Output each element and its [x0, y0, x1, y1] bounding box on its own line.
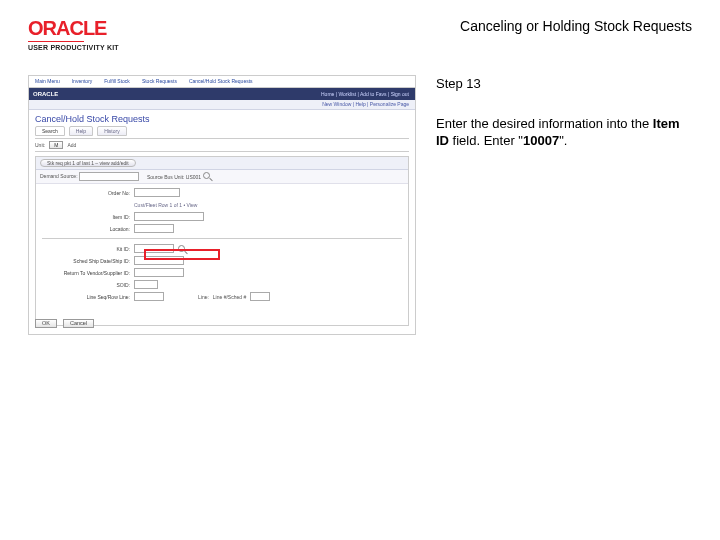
- panel-info: Stk req pkt 1 of last 1 – view add/edit: [40, 159, 136, 167]
- app-menubar: Main Menu Inventory Fulfill Stock Stock …: [29, 76, 415, 88]
- order-no-label: Order No:: [42, 190, 130, 196]
- source-bu-value: US001: [186, 174, 201, 180]
- order-no-input[interactable]: [134, 188, 180, 197]
- tab-history[interactable]: History: [97, 126, 127, 136]
- footer-buttons: OK Cancel: [35, 319, 94, 328]
- location-input[interactable]: [134, 224, 174, 233]
- unit-label: Unit:: [35, 142, 45, 148]
- sched-input[interactable]: [134, 256, 184, 265]
- step-label: Step 13: [436, 75, 692, 93]
- app-brand: ORACLE: [33, 91, 58, 97]
- oracle-logo: ORACLE USER PRODUCTIVITY KIT: [28, 18, 119, 51]
- ok-button[interactable]: OK: [35, 319, 57, 328]
- tab-search[interactable]: Search: [35, 126, 65, 136]
- source-bu-label: Source Bus Unit:: [147, 174, 185, 180]
- rtv-select[interactable]: [134, 268, 184, 277]
- line-right: Line #/Sched #: [213, 294, 246, 300]
- brand-word: ORACLE: [28, 18, 119, 38]
- item-id-label: Item ID:: [42, 214, 130, 220]
- demand-source-label: Demand Source:: [40, 173, 78, 179]
- app-tabs: Search Help History: [29, 126, 415, 136]
- titlebar-right: Home | Worklist | Add to Favs | Sign out: [321, 91, 415, 97]
- menu-item[interactable]: Stock Requests: [136, 76, 183, 87]
- line-input[interactable]: [250, 292, 270, 301]
- custfleet-label: Cust/Fleet Row 1 of 1 • View: [134, 202, 197, 208]
- item-id-input[interactable]: [134, 212, 204, 221]
- rtv-label: Return To Vendor/Supplier ID:: [42, 270, 130, 276]
- menu-item[interactable]: Main Menu: [29, 76, 66, 87]
- form-panel: Stk req pkt 1 of last 1 – view add/edit …: [35, 156, 409, 326]
- app-page-title: Cancel/Hold Stock Requests: [29, 110, 415, 126]
- unit-button[interactable]: M: [49, 141, 63, 149]
- location-label: Location:: [42, 226, 130, 232]
- brand-kit: USER PRODUCTIVITY KIT: [28, 44, 119, 51]
- add-label[interactable]: Add: [67, 142, 76, 148]
- lookup-icon[interactable]: [203, 172, 210, 179]
- kit-id-input[interactable]: [134, 244, 174, 253]
- lookup-icon[interactable]: [178, 245, 185, 252]
- sched-label: Sched Ship Date/Ship ID:: [42, 258, 130, 264]
- panel-subheader: Demand Source: Source Bus Unit: US001: [36, 170, 408, 184]
- soid-input[interactable]: [134, 280, 158, 289]
- menu-item[interactable]: Inventory: [66, 76, 99, 87]
- instruction-text: Enter the desired information into the I…: [436, 115, 692, 150]
- form-body: Order No: Cust/Fleet Row 1 of 1 • View I…: [36, 184, 408, 305]
- brand-rule: [28, 41, 84, 42]
- line-label: Line:: [198, 294, 209, 300]
- tab-help[interactable]: Help: [69, 126, 93, 136]
- kit-id-label: Kit ID:: [42, 246, 130, 252]
- breadcrumb: New Window | Help | Personalize Page: [29, 100, 415, 110]
- page-title: Canceling or Holding Stock Requests: [460, 18, 692, 35]
- menu-item[interactable]: Cancel/Hold Stock Requests: [183, 76, 259, 87]
- line-seq-input[interactable]: [134, 292, 164, 301]
- instruction-panel: Step 13 Enter the desired information in…: [436, 75, 692, 335]
- menu-item[interactable]: Fulfill Stock: [98, 76, 136, 87]
- cancel-button[interactable]: Cancel: [63, 319, 94, 328]
- soid-label: SOID:: [42, 282, 130, 288]
- screenshot: Main Menu Inventory Fulfill Stock Stock …: [28, 75, 416, 335]
- panel-header: Stk req pkt 1 of last 1 – view add/edit: [36, 157, 408, 170]
- app-titlebar: ORACLE Home | Worklist | Add to Favs | S…: [29, 88, 415, 100]
- demand-source-select[interactable]: [79, 172, 139, 181]
- app-toolbar: Unit: M Add: [35, 138, 409, 152]
- line-seq-label: Line Seq/Row Line:: [42, 294, 130, 300]
